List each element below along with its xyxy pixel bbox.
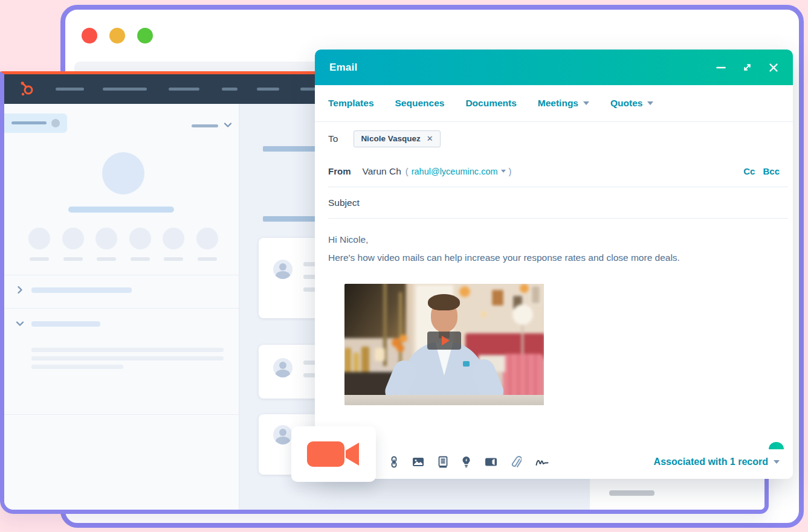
chevron-right-icon[interactable] <box>15 285 25 295</box>
nav-item-placeholder[interactable] <box>257 88 279 91</box>
video-record-button[interactable] <box>291 426 376 482</box>
person-avatar-icon <box>273 425 292 444</box>
owner-label-placeholder <box>192 124 218 127</box>
subject-row: Subject <box>315 187 793 219</box>
cc-button[interactable]: Cc <box>743 166 755 176</box>
contact-name-placeholder <box>68 207 174 213</box>
email-compose-modal: Email Templates Sequences Documents Meet… <box>315 50 793 479</box>
contact-action-button[interactable] <box>95 228 117 249</box>
recipient-name: Nicole Vasquez <box>361 134 420 143</box>
contact-action-button[interactable] <box>28 228 50 249</box>
image-icon[interactable] <box>412 457 424 467</box>
body-line: Hi Nicole, <box>328 231 780 249</box>
sender-email: rahul@lyceuminc.com <box>412 167 498 176</box>
compose-footer: Associated with 1 record <box>315 445 793 479</box>
zoom-window-button[interactable] <box>137 28 153 43</box>
nav-item-placeholder[interactable] <box>56 88 84 91</box>
chevron-down-icon[interactable] <box>223 120 233 130</box>
tab-templates[interactable]: Templates <box>328 98 374 109</box>
from-row: From Varun Ch (rahul@lyceuminc.com) Cc B… <box>315 155 793 187</box>
close-window-button[interactable] <box>82 28 97 43</box>
contact-avatar <box>102 152 144 194</box>
bcc-button[interactable]: Bcc <box>763 166 780 176</box>
chevron-down-icon <box>774 460 780 464</box>
video-icon[interactable] <box>485 457 497 467</box>
tab-sequences[interactable]: Sequences <box>395 98 445 109</box>
back-to-contacts-placeholder[interactable] <box>4 114 67 133</box>
video-thumbnail[interactable] <box>344 284 544 405</box>
contact-action-button[interactable] <box>196 228 218 249</box>
expand-icon[interactable] <box>742 62 752 72</box>
play-icon <box>442 336 450 345</box>
tab-documents[interactable]: Documents <box>465 98 516 109</box>
remove-recipient-icon[interactable]: ✕ <box>427 134 433 143</box>
associated-records-dropdown[interactable]: Associated with 1 record <box>654 457 780 467</box>
recipient-chip[interactable]: Nicole Vasquez ✕ <box>354 130 440 147</box>
chevron-down-icon <box>583 101 589 105</box>
help-beacon-arc <box>769 442 784 449</box>
snippet-lightbulb-icon[interactable] <box>462 456 471 468</box>
minimize-window-button[interactable] <box>109 28 125 43</box>
sender-name: Varun Ch <box>363 166 401 177</box>
play-button[interactable] <box>427 332 461 350</box>
contact-action-button[interactable] <box>129 228 151 249</box>
modal-title: Email <box>329 62 357 74</box>
body-line: Here's how video mails can help increase… <box>328 249 780 267</box>
nav-item-placeholder[interactable] <box>222 88 238 91</box>
person-avatar-icon <box>273 358 292 377</box>
attachment-icon[interactable] <box>511 456 522 468</box>
link-icon[interactable] <box>390 456 398 468</box>
to-label: To <box>328 133 338 144</box>
email-body-editor[interactable]: Hi Nicole, Here's how video mails can he… <box>315 219 793 405</box>
button-placeholder[interactable] <box>609 490 654 496</box>
contact-action-button[interactable] <box>163 228 184 249</box>
desktop-backdrop: Email Templates Sequences Documents Meet… <box>0 0 808 532</box>
signature-icon[interactable] <box>535 457 549 467</box>
subject-input[interactable]: Subject <box>328 197 360 208</box>
nav-item-placeholder[interactable] <box>169 88 199 91</box>
chevron-down-icon <box>647 101 653 105</box>
contact-sidebar <box>4 104 239 510</box>
nav-item-placeholder[interactable] <box>103 88 147 91</box>
video-camera-icon <box>306 438 361 470</box>
tab-meetings[interactable]: Meetings <box>538 98 589 109</box>
to-row[interactable]: To Nicole Vasquez ✕ <box>315 122 793 155</box>
from-label: From <box>328 166 351 176</box>
modal-header: Email <box>315 50 793 85</box>
tab-quotes[interactable]: Quotes <box>610 98 653 109</box>
template-icon[interactable] <box>438 456 448 468</box>
chevron-down-icon <box>501 170 506 173</box>
sender-email-dropdown[interactable]: (rahul@lyceuminc.com) <box>406 167 512 176</box>
person-avatar-icon <box>273 260 292 279</box>
chevron-down-icon[interactable] <box>15 319 25 328</box>
section-title-placeholder <box>31 321 100 327</box>
contact-action-button[interactable] <box>62 228 84 249</box>
close-icon[interactable] <box>769 63 778 72</box>
section-title-placeholder <box>31 287 132 293</box>
window-traffic-lights <box>82 28 153 43</box>
compose-tabs: Templates Sequences Documents Meetings Q… <box>315 85 793 122</box>
minimize-icon[interactable] <box>716 63 726 72</box>
hubspot-sprocket-icon <box>19 80 36 97</box>
